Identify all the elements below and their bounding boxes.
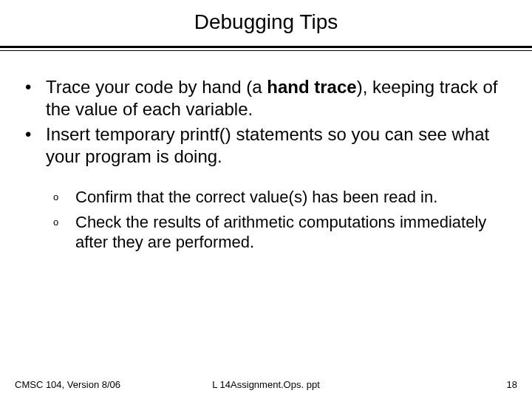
footer-left: CMSC 104, Version 8/06 [15, 379, 120, 390]
slide-body: • Trace your code by hand (a hand trace)… [0, 51, 532, 253]
bullet-marker: • [21, 76, 46, 120]
text-bold: hand trace [267, 77, 356, 97]
slide-title: Debugging Tips [0, 0, 532, 41]
sub-bullet-item: o Confirm that the correct value(s) has … [53, 187, 511, 208]
bullet-list: • Trace your code by hand (a hand trace)… [21, 76, 511, 168]
sub-bullet-item: o Check the results of arithmetic comput… [53, 212, 511, 253]
bullet-marker: • [21, 123, 46, 168]
footer: CMSC 104, Version 8/06 L 14Assignment.Op… [0, 379, 532, 390]
bullet-item: • Trace your code by hand (a hand trace)… [21, 76, 511, 120]
sub-bullet-marker: o [53, 212, 75, 253]
bullet-item: • Insert temporary printf() statements s… [21, 123, 511, 168]
divider [0, 46, 532, 51]
sub-bullet-text: Check the results of arithmetic computat… [75, 212, 511, 253]
sub-bullet-text: Confirm that the correct value(s) has be… [75, 187, 511, 208]
footer-page-number: 18 [507, 379, 517, 390]
bullet-text: Insert temporary printf() statements so … [46, 123, 511, 168]
text-segment: Trace your code by hand (a [46, 77, 267, 97]
bullet-text: Trace your code by hand (a hand trace), … [46, 76, 511, 120]
sub-bullet-list: o Confirm that the correct value(s) has … [21, 187, 511, 253]
sub-bullet-marker: o [53, 187, 75, 208]
